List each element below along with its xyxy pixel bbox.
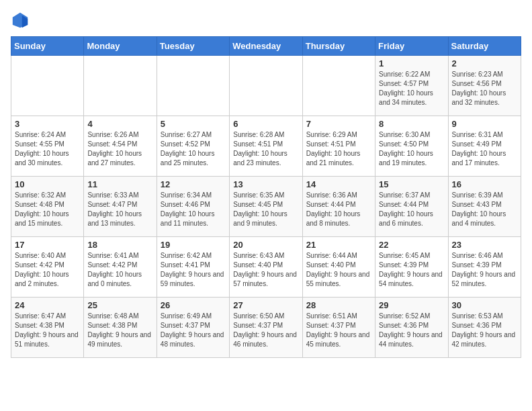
day-info: Sunrise: 6:41 AM Sunset: 4:42 PM Dayligh… [87, 251, 152, 289]
day-info: Sunrise: 6:53 AM Sunset: 4:36 PM Dayligh… [452, 312, 517, 349]
day-cell [11, 56, 84, 116]
day-number: 6 [233, 119, 298, 129]
day-info: Sunrise: 6:45 AM Sunset: 4:39 PM Dayligh… [379, 251, 444, 289]
day-header-saturday: Saturday [448, 37, 521, 56]
day-info: Sunrise: 6:39 AM Sunset: 4:43 PM Dayligh… [452, 191, 517, 228]
day-info: Sunrise: 6:50 AM Sunset: 4:37 PM Dayligh… [233, 312, 298, 349]
day-number: 29 [379, 300, 444, 310]
day-info: Sunrise: 6:49 AM Sunset: 4:37 PM Dayligh… [161, 312, 226, 349]
week-row-2: 3Sunrise: 6:24 AM Sunset: 4:55 PM Daylig… [11, 116, 521, 177]
day-info: Sunrise: 6:52 AM Sunset: 4:36 PM Dayligh… [379, 312, 444, 349]
day-cell: 28Sunrise: 6:51 AM Sunset: 4:37 PM Dayli… [302, 298, 375, 358]
day-info: Sunrise: 6:33 AM Sunset: 4:47 PM Dayligh… [87, 191, 152, 228]
day-header-tuesday: Tuesday [157, 37, 229, 56]
day-number: 19 [161, 240, 226, 250]
day-number: 7 [306, 119, 371, 129]
day-info: Sunrise: 6:37 AM Sunset: 4:44 PM Dayligh… [379, 191, 444, 228]
day-cell: 14Sunrise: 6:36 AM Sunset: 4:44 PM Dayli… [302, 177, 375, 237]
day-cell: 19Sunrise: 6:42 AM Sunset: 4:41 PM Dayli… [157, 237, 229, 298]
day-cell: 17Sunrise: 6:40 AM Sunset: 4:42 PM Dayli… [11, 237, 84, 298]
day-number: 27 [233, 300, 298, 310]
day-info: Sunrise: 6:32 AM Sunset: 4:48 PM Dayligh… [15, 191, 80, 228]
day-info: Sunrise: 6:26 AM Sunset: 4:54 PM Dayligh… [87, 130, 152, 168]
day-cell: 6Sunrise: 6:28 AM Sunset: 4:51 PM Daylig… [230, 116, 302, 177]
day-number: 2 [452, 58, 517, 68]
day-cell: 27Sunrise: 6:50 AM Sunset: 4:37 PM Dayli… [230, 298, 302, 358]
day-cell: 16Sunrise: 6:39 AM Sunset: 4:43 PM Dayli… [448, 177, 521, 237]
day-number: 5 [161, 119, 226, 129]
day-number: 30 [452, 300, 517, 310]
day-info: Sunrise: 6:36 AM Sunset: 4:44 PM Dayligh… [306, 191, 371, 228]
day-number: 9 [452, 119, 517, 129]
day-info: Sunrise: 6:27 AM Sunset: 4:52 PM Dayligh… [161, 130, 226, 168]
day-number: 18 [87, 240, 152, 250]
week-row-3: 10Sunrise: 6:32 AM Sunset: 4:48 PM Dayli… [11, 177, 521, 237]
day-cell: 7Sunrise: 6:29 AM Sunset: 4:51 PM Daylig… [302, 116, 375, 177]
day-info: Sunrise: 6:31 AM Sunset: 4:49 PM Dayligh… [452, 130, 517, 168]
day-cell [157, 56, 229, 116]
day-info: Sunrise: 6:28 AM Sunset: 4:51 PM Dayligh… [233, 130, 298, 168]
day-header-thursday: Thursday [302, 37, 375, 56]
day-info: Sunrise: 6:42 AM Sunset: 4:41 PM Dayligh… [161, 251, 226, 289]
header [11, 11, 521, 30]
day-cell: 18Sunrise: 6:41 AM Sunset: 4:42 PM Dayli… [84, 237, 157, 298]
day-cell: 11Sunrise: 6:33 AM Sunset: 4:47 PM Dayli… [84, 177, 157, 237]
day-info: Sunrise: 6:44 AM Sunset: 4:40 PM Dayligh… [306, 251, 371, 289]
day-cell: 1Sunrise: 6:22 AM Sunset: 4:57 PM Daylig… [375, 56, 448, 116]
day-info: Sunrise: 6:23 AM Sunset: 4:56 PM Dayligh… [452, 70, 517, 107]
day-info: Sunrise: 6:43 AM Sunset: 4:40 PM Dayligh… [233, 251, 298, 289]
day-cell: 22Sunrise: 6:45 AM Sunset: 4:39 PM Dayli… [375, 237, 448, 298]
day-header-wednesday: Wednesday [230, 37, 302, 56]
logo [11, 11, 32, 30]
day-number: 22 [379, 240, 444, 250]
day-number: 4 [87, 119, 152, 129]
day-cell: 23Sunrise: 6:46 AM Sunset: 4:39 PM Dayli… [448, 237, 521, 298]
day-number: 24 [15, 300, 80, 310]
day-cell: 10Sunrise: 6:32 AM Sunset: 4:48 PM Dayli… [11, 177, 84, 237]
week-row-4: 17Sunrise: 6:40 AM Sunset: 4:42 PM Dayli… [11, 237, 521, 298]
day-cell: 24Sunrise: 6:47 AM Sunset: 4:38 PM Dayli… [11, 298, 84, 358]
day-cell: 8Sunrise: 6:30 AM Sunset: 4:50 PM Daylig… [375, 116, 448, 177]
week-row-1: 1Sunrise: 6:22 AM Sunset: 4:57 PM Daylig… [11, 56, 521, 116]
day-cell [302, 56, 375, 116]
day-number: 20 [233, 240, 298, 250]
day-cell: 21Sunrise: 6:44 AM Sunset: 4:40 PM Dayli… [302, 237, 375, 298]
day-info: Sunrise: 6:47 AM Sunset: 4:38 PM Dayligh… [15, 312, 80, 349]
day-cell: 13Sunrise: 6:35 AM Sunset: 4:45 PM Dayli… [230, 177, 302, 237]
day-number: 16 [452, 179, 517, 189]
day-info: Sunrise: 6:29 AM Sunset: 4:51 PM Dayligh… [306, 130, 371, 168]
day-number: 1 [379, 58, 444, 68]
day-info: Sunrise: 6:24 AM Sunset: 4:55 PM Dayligh… [15, 130, 80, 168]
day-cell [230, 56, 302, 116]
day-number: 12 [161, 179, 226, 189]
day-number: 23 [452, 240, 517, 250]
day-number: 26 [161, 300, 226, 310]
day-cell: 12Sunrise: 6:34 AM Sunset: 4:46 PM Dayli… [157, 177, 229, 237]
day-cell: 20Sunrise: 6:43 AM Sunset: 4:40 PM Dayli… [230, 237, 302, 298]
day-number: 11 [87, 179, 152, 189]
day-info: Sunrise: 6:46 AM Sunset: 4:39 PM Dayligh… [452, 251, 517, 289]
week-row-5: 24Sunrise: 6:47 AM Sunset: 4:38 PM Dayli… [11, 298, 521, 358]
day-header-friday: Friday [375, 37, 448, 56]
day-number: 28 [306, 300, 371, 310]
day-info: Sunrise: 6:51 AM Sunset: 4:37 PM Dayligh… [306, 312, 371, 349]
header-row: SundayMondayTuesdayWednesdayThursdayFrid… [11, 37, 521, 56]
day-header-sunday: Sunday [11, 37, 84, 56]
day-cell: 15Sunrise: 6:37 AM Sunset: 4:44 PM Dayli… [375, 177, 448, 237]
day-cell: 9Sunrise: 6:31 AM Sunset: 4:49 PM Daylig… [448, 116, 521, 177]
day-info: Sunrise: 6:30 AM Sunset: 4:50 PM Dayligh… [379, 130, 444, 168]
day-number: 10 [15, 179, 80, 189]
day-info: Sunrise: 6:22 AM Sunset: 4:57 PM Dayligh… [379, 70, 444, 107]
day-number: 8 [379, 119, 444, 129]
day-cell: 4Sunrise: 6:26 AM Sunset: 4:54 PM Daylig… [84, 116, 157, 177]
day-cell: 29Sunrise: 6:52 AM Sunset: 4:36 PM Dayli… [375, 298, 448, 358]
day-cell: 2Sunrise: 6:23 AM Sunset: 4:56 PM Daylig… [448, 56, 521, 116]
day-info: Sunrise: 6:40 AM Sunset: 4:42 PM Dayligh… [15, 251, 80, 289]
day-cell: 30Sunrise: 6:53 AM Sunset: 4:36 PM Dayli… [448, 298, 521, 358]
day-info: Sunrise: 6:34 AM Sunset: 4:46 PM Dayligh… [161, 191, 226, 228]
day-info: Sunrise: 6:48 AM Sunset: 4:38 PM Dayligh… [87, 312, 152, 349]
day-number: 25 [87, 300, 152, 310]
day-info: Sunrise: 6:35 AM Sunset: 4:45 PM Dayligh… [233, 191, 298, 228]
logo-icon [11, 11, 30, 30]
day-cell: 5Sunrise: 6:27 AM Sunset: 4:52 PM Daylig… [157, 116, 229, 177]
